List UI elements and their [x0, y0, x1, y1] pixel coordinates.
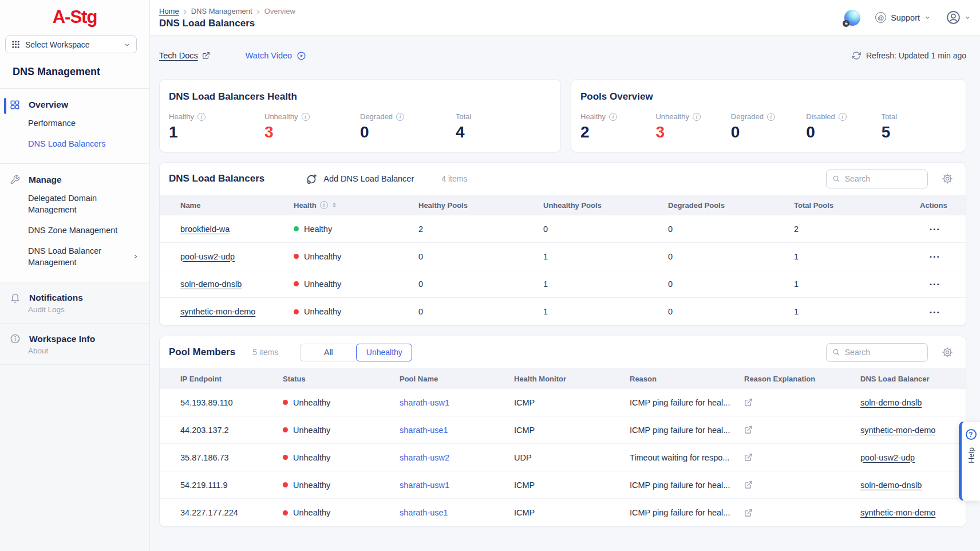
column-header-reason[interactable]: Reason: [630, 375, 744, 383]
grid-icon: [10, 100, 20, 110]
stat-label: Healthy: [580, 112, 606, 121]
column-header-health[interactable]: Health: [294, 201, 418, 210]
pool-name-link[interactable]: sharath-usw2: [400, 453, 514, 462]
sidebar-item-dns-load-balancers[interactable]: DNS Load Balancers: [0, 133, 149, 154]
reason-explanation-link[interactable]: [744, 481, 860, 489]
top-bar: Home DNS Management Overview DNS Load Ba…: [150, 0, 980, 36]
external-link-icon: [744, 453, 753, 462]
pool-name-link[interactable]: sharath-use1: [400, 508, 514, 517]
refresh-button[interactable]: Refresh: Updated 1 min ago: [852, 51, 966, 60]
sidebar-item-about[interactable]: About: [0, 345, 149, 357]
dns-lb-link[interactable]: synthetic-mon-demo: [860, 508, 949, 517]
row-actions-button[interactable]: [920, 252, 941, 261]
breadcrumb-separator-icon: [257, 6, 260, 16]
info-circle-icon[interactable]: [609, 113, 617, 121]
tab-all[interactable]: All: [300, 344, 356, 361]
column-header-health-monitor[interactable]: Health Monitor: [514, 375, 630, 383]
column-header-healthy-pools[interactable]: Healthy Pools: [418, 201, 543, 210]
tab-unhealthy[interactable]: Unhealthy: [356, 344, 412, 361]
reason-cell: ICMP ping failure for heal...: [630, 426, 744, 435]
lb-table-settings-button[interactable]: [942, 173, 953, 184]
info-circle-icon[interactable]: [767, 113, 775, 121]
row-actions-button[interactable]: [920, 225, 941, 233]
pm-table-settings-button[interactable]: [942, 347, 953, 358]
breadcrumb-home[interactable]: Home: [159, 7, 179, 15]
breadcrumb-separator-icon: [184, 6, 187, 16]
column-header-pool-name[interactable]: Pool Name: [400, 375, 514, 383]
info-circle-icon[interactable]: [320, 201, 328, 209]
tech-docs-link[interactable]: Tech Docs: [159, 51, 210, 60]
info-circle-icon[interactable]: [302, 113, 310, 121]
degraded-pools-cell: 0: [668, 307, 794, 316]
sidebar-item-performance[interactable]: Performance: [0, 113, 149, 133]
row-actions-button[interactable]: [920, 280, 941, 288]
status-cell: Unhealthy: [283, 426, 400, 435]
column-header-ip-endpoint[interactable]: IP Endpoint: [180, 375, 283, 383]
lb-search-input[interactable]: [845, 174, 922, 183]
lb-name-link[interactable]: synthetic-mon-demo: [180, 307, 294, 316]
row-actions-button[interactable]: [920, 308, 941, 316]
add-dns-load-balancer-button[interactable]: Add DNS Load Balancer: [306, 173, 414, 185]
pool-name-link[interactable]: sharath-usw1: [400, 398, 514, 407]
table-row: 34.227.177.224 Unhealthy sharath-use1 IC…: [160, 499, 966, 526]
health-label: Healthy: [304, 225, 332, 234]
refresh-label: Refresh: Updated 1 min ago: [866, 51, 966, 60]
lb-name-link[interactable]: soln-demo-dnslb: [180, 280, 294, 289]
column-header-reason-explanation[interactable]: Reason Explanation: [744, 375, 860, 383]
lb-name-link[interactable]: pool-usw2-udp: [180, 252, 294, 261]
total-pools-cell: 1: [794, 307, 920, 316]
sidebar-item-notifications[interactable]: Notifications: [0, 290, 149, 304]
question-circle-icon: [966, 429, 977, 440]
lb-name-link[interactable]: brookfield-wa: [180, 225, 294, 234]
dns-lb-link[interactable]: soln-demo-dnslb: [860, 398, 949, 407]
external-link-icon: [744, 481, 753, 489]
dns-lb-link[interactable]: soln-demo-dnslb: [860, 481, 949, 490]
pool-name-link[interactable]: sharath-usw1: [400, 481, 514, 490]
unhealthy-dot-icon: [283, 482, 288, 487]
sidebar-item-workspace-info[interactable]: Workspace Info: [0, 331, 149, 345]
info-circle-icon[interactable]: [396, 113, 404, 121]
unhealthy-dot-icon: [283, 427, 288, 432]
divider: [0, 364, 149, 365]
stat-unhealthy: Unhealthy 3: [264, 112, 360, 141]
info-circle-icon[interactable]: [197, 113, 206, 121]
info-circle-icon[interactable]: [693, 113, 701, 121]
degraded-pools-cell: 0: [668, 225, 794, 234]
sidebar-item-audit-logs[interactable]: Audit Logs: [0, 304, 149, 316]
column-header-name[interactable]: Name: [180, 201, 294, 210]
support-menu[interactable]: Support: [875, 12, 931, 23]
breadcrumb-dns-management[interactable]: DNS Management: [191, 7, 252, 15]
ip-endpoint-cell: 54.193.89.110: [180, 398, 283, 407]
watch-video-link[interactable]: Watch Video: [246, 51, 306, 61]
column-header-status[interactable]: Status: [283, 375, 400, 383]
stat-total: Total 4: [456, 112, 551, 141]
sidebar-nav-manage-group: Manage Delegated Domain Management DNS Z…: [0, 164, 149, 282]
reason-explanation-link[interactable]: [744, 398, 860, 407]
stat-label: Total: [456, 112, 471, 121]
reason-explanation-link[interactable]: [744, 453, 860, 462]
health-cell: Unhealthy: [294, 280, 418, 289]
sidebar-item-manage[interactable]: Manage: [0, 172, 149, 188]
sidebar-item-overview[interactable]: Overview: [0, 97, 149, 113]
dns-lb-link[interactable]: synthetic-mon-demo: [860, 426, 949, 435]
column-header-degraded-pools[interactable]: Degraded Pools: [668, 201, 794, 210]
pool-name-link[interactable]: sharath-use1: [400, 426, 514, 435]
sidebar-item-dns-zone-management[interactable]: DNS Zone Management: [0, 220, 149, 241]
assistant-orb-avatar[interactable]: [844, 10, 860, 26]
reason-explanation-link[interactable]: [744, 426, 860, 434]
help-widget[interactable]: Help: [959, 421, 980, 501]
sidebar-item-dns-load-balancer-management[interactable]: DNS Load Balancer Management: [0, 241, 114, 273]
table-title: Pool Members: [169, 347, 235, 358]
stat-value: 4: [456, 124, 551, 141]
pm-search-input[interactable]: [845, 348, 922, 357]
column-header-total-pools[interactable]: Total Pools: [794, 201, 920, 210]
reason-explanation-link[interactable]: [744, 509, 860, 517]
workspace-selector[interactable]: Select Workspace: [5, 36, 137, 53]
column-header-dns-load-balancer[interactable]: DNS Load Balancer: [860, 375, 949, 383]
dns-lb-link[interactable]: pool-usw2-udp: [860, 453, 949, 462]
sidebar-item-delegated-domain-management[interactable]: Delegated Domain Management: [0, 188, 123, 220]
sort-icon[interactable]: [333, 201, 336, 209]
column-header-unhealthy-pools[interactable]: Unhealthy Pools: [543, 201, 668, 210]
info-circle-icon[interactable]: [839, 113, 847, 121]
account-menu[interactable]: [946, 10, 971, 25]
